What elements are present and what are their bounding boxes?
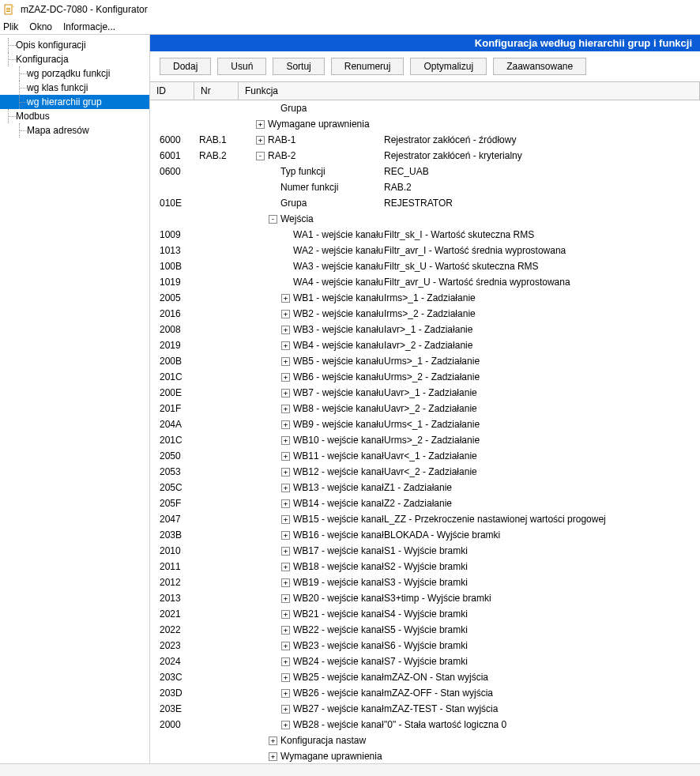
table-row[interactable]: 1019WA4 - wejście kanału aFiltr_avr_U - … — [150, 274, 700, 290]
table-row[interactable]: 2011+WB18 - wejście kanałuS2 - Wyjście b… — [150, 559, 700, 574]
table-row[interactable]: 203E+WB27 - wejście kanałumZAZ-TEST - St… — [150, 701, 700, 717]
sidebar-item-modbus[interactable]: Modbus — [0, 109, 149, 123]
table-row[interactable]: 2000+WB28 - wejście kanału"0" - Stała wa… — [150, 717, 700, 733]
expand-icon[interactable]: + — [281, 310, 290, 318]
table-row[interactable]: 2023+WB23 - wejście kanałuS6 - Wyjście b… — [150, 638, 700, 654]
expand-icon[interactable]: + — [281, 594, 290, 603]
expand-icon[interactable]: + — [281, 499, 290, 508]
expand-icon[interactable]: + — [281, 689, 290, 698]
expand-icon[interactable]: + — [281, 642, 290, 650]
table-row[interactable]: 2021+WB21 - wejście kanałuS4 - Wyjście b… — [150, 606, 700, 622]
table-row[interactable]: 201F+WB8 - wejście kanału bUavr>_2 - Zad… — [150, 401, 700, 416]
sortuj-button[interactable]: Sortuj — [273, 58, 324, 75]
col-funkcja[interactable]: Funkcja — [239, 82, 700, 100]
table-row[interactable]: +Wymagane uprawnienia — [150, 748, 700, 763]
expand-icon[interactable]: + — [281, 294, 290, 303]
expand-icon[interactable]: + — [281, 405, 290, 413]
menu-okno[interactable]: Okno — [29, 21, 52, 32]
expand-icon[interactable]: + — [281, 357, 290, 366]
cell-desc: S3+timp - Wyjście bramki — [384, 593, 700, 604]
table-row[interactable]: 010EGrupaREJESTRATOR — [150, 195, 700, 211]
expand-icon[interactable]: + — [281, 547, 290, 556]
table-row[interactable]: 2016+WB2 - wejście kanału bIrms>_2 - Zad… — [150, 306, 700, 322]
expand-icon[interactable]: + — [281, 626, 290, 635]
table-row[interactable]: 0600Typ funkcjiREC_UAB — [150, 164, 700, 179]
expand-icon[interactable]: + — [281, 436, 290, 445]
table-row[interactable]: 2010+WB17 - wejście kanałuS1 - Wyjście b… — [150, 543, 700, 559]
table-row[interactable]: 1009WA1 - wejście kanału aFiltr_sk_I - W… — [150, 227, 700, 243]
table-row[interactable]: +Konfiguracja nastaw — [150, 733, 700, 748]
sidebar-item-wg-klas[interactable]: wg klas funkcji — [0, 81, 149, 95]
table-row[interactable]: 201C+WB10 - wejście kanałuUrms>_2 - Zadz… — [150, 432, 700, 448]
table-row[interactable]: 2050+WB11 - wejście kanałuUavr<_1 - Zadz… — [150, 448, 700, 464]
table-row[interactable]: 203D+WB26 - wejście kanałumZAZ-OFF - Sta… — [150, 685, 700, 701]
menu-informacje[interactable]: Informacje... — [63, 21, 115, 32]
expand-icon[interactable]: + — [281, 341, 290, 350]
collapse-icon[interactable]: - — [256, 152, 265, 160]
table-row[interactable]: Grupa — [150, 100, 700, 116]
table-row[interactable]: 2022+WB22 - wejście kanałuS5 - Wyjście b… — [150, 622, 700, 638]
expand-icon[interactable]: + — [281, 531, 290, 540]
expand-icon[interactable]: + — [269, 752, 277, 761]
expand-icon[interactable]: + — [281, 673, 290, 682]
expand-icon[interactable]: + — [281, 721, 290, 729]
cell-id: 2012 — [160, 577, 199, 588]
table-row[interactable]: 2012+WB19 - wejście kanałuS3 - Wyjście b… — [150, 574, 700, 590]
sidebar-item-mapa[interactable]: Mapa adresów — [0, 123, 149, 137]
table-row[interactable]: 2053+WB12 - wejście kanałuUavr<_2 - Zadz… — [150, 464, 700, 480]
sidebar-item-wg-porzadku[interactable]: wg porządku funkcji — [0, 66, 149, 81]
expand-icon[interactable]: + — [281, 610, 290, 619]
sidebar-item-wg-hierarchii[interactable]: wg hierarchii grup — [0, 95, 149, 109]
optymalizuj-button[interactable]: Optymalizuj — [410, 58, 487, 75]
func-label: WA4 - wejście kanału a — [293, 277, 384, 288]
collapse-icon[interactable]: - — [269, 215, 277, 224]
expand-icon[interactable]: + — [256, 120, 265, 129]
sidebar-item-opis[interactable]: Opis konfiguracji — [0, 38, 149, 52]
dodaj-button[interactable]: Dodaj — [160, 58, 211, 75]
expand-icon[interactable]: + — [281, 578, 290, 587]
col-nr[interactable]: Nr — [194, 82, 239, 100]
table-row[interactable]: 205F+WB14 - wejście kanałuZ2 - Zadziałan… — [150, 495, 700, 511]
table-row[interactable]: 6001RAB.2-RAB-2Rejestrator zakłóceń - kr… — [150, 148, 700, 164]
table-row[interactable]: 200E+WB7 - wejście kanału bUavr>_1 - Zad… — [150, 385, 700, 401]
expand-icon[interactable]: + — [269, 736, 277, 745]
table-row[interactable]: Numer funkcjiRAB.2 — [150, 179, 700, 195]
expand-icon[interactable]: + — [281, 326, 290, 334]
sidebar-item-konfiguracja[interactable]: Konfiguracja — [0, 52, 149, 66]
zaawansowane-button[interactable]: Zaawansowane — [493, 58, 586, 75]
expand-icon[interactable]: + — [281, 515, 290, 524]
table-row[interactable]: -Wejścia — [150, 211, 700, 227]
table-row[interactable]: 201C+WB6 - wejście kanału bUrms>_2 - Zad… — [150, 369, 700, 385]
expand-icon[interactable]: + — [281, 452, 290, 461]
table-row[interactable]: 204A+WB9 - wejście kanału bUrms<_1 - Zad… — [150, 416, 700, 432]
expand-icon[interactable]: + — [281, 657, 290, 666]
renumeruj-button[interactable]: Renumeruj — [331, 58, 405, 75]
expand-icon[interactable]: + — [281, 420, 290, 429]
expand-icon[interactable]: + — [281, 563, 290, 571]
table-row[interactable]: 1013WA2 - wejście kanału aFiltr_avr_I - … — [150, 243, 700, 258]
table-row[interactable]: 203B+WB16 - wejście kanałuBLOKADA - Wyjś… — [150, 527, 700, 543]
table-row[interactable]: 2008+WB3 - wejście kanału bIavr>_1 - Zad… — [150, 322, 700, 337]
grid-body[interactable]: Grupa+Wymagane uprawnienia6000RAB.1+RAB-… — [150, 100, 700, 763]
col-id[interactable]: ID — [150, 82, 194, 100]
table-row[interactable]: 6000RAB.1+RAB-1Rejestrator zakłóceń - źr… — [150, 132, 700, 148]
cell-desc: S4 - Wyjście bramki — [384, 608, 700, 620]
table-row[interactable]: 100BWA3 - wejście kanału aFiltr_sk_U - W… — [150, 258, 700, 274]
expand-icon[interactable]: + — [281, 484, 290, 492]
expand-icon[interactable]: + — [281, 705, 290, 714]
table-row[interactable]: 2005+WB1 - wejście kanału bIrms>_1 - Zad… — [150, 290, 700, 306]
table-row[interactable]: 2047+WB15 - wejście kanałuL_ZZ - Przekro… — [150, 511, 700, 527]
table-row[interactable]: 205C+WB13 - wejście kanałuZ1 - Zadziałan… — [150, 480, 700, 495]
expand-icon[interactable]: + — [281, 373, 290, 382]
expand-icon[interactable]: + — [256, 136, 265, 145]
table-row[interactable]: +Wymagane uprawnienia — [150, 116, 700, 132]
table-row[interactable]: 2013+WB20 - wejście kanałuS3+timp - Wyjś… — [150, 590, 700, 606]
expand-icon[interactable]: + — [281, 389, 290, 397]
table-row[interactable]: 200B+WB5 - wejście kanału bUrms>_1 - Zad… — [150, 353, 700, 369]
usun-button[interactable]: Usuń — [217, 58, 266, 75]
table-row[interactable]: 2024+WB24 - wejście kanałuS7 - Wyjście b… — [150, 654, 700, 669]
table-row[interactable]: 2019+WB4 - wejście kanału bIavr>_2 - Zad… — [150, 337, 700, 353]
expand-icon[interactable]: + — [281, 468, 290, 477]
table-row[interactable]: 203C+WB25 - wejście kanałumZAZ-ON - Stan… — [150, 669, 700, 685]
menu-plik[interactable]: Plik — [3, 21, 18, 32]
